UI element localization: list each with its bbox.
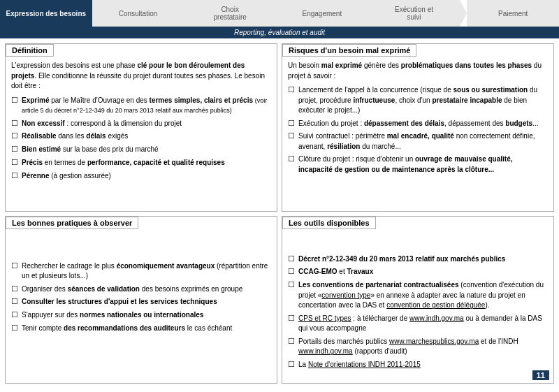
nav-step-label: Choixprestataire (214, 6, 247, 21)
nav-step-choix[interactable]: Choixprestataire (184, 0, 276, 27)
definition-title: Définition (6, 44, 54, 57)
risks-intro: Un besoin mal exprimé génère des problém… (288, 61, 548, 81)
reporting-bar: Reporting, évaluation et audit (0, 27, 559, 38)
good-practices-item-2: Organiser des séances de validation des … (11, 284, 271, 295)
definition-panel: Définition L'expression des besoins est … (5, 43, 277, 212)
good-practices-panel: Les bonnes pratiques à observer Recherch… (5, 216, 277, 384)
definition-item-3: Réalisable dans les délais exigés (11, 131, 271, 142)
page-number: 11 (532, 370, 549, 380)
nav-step-engagement[interactable]: Engagement (276, 0, 368, 27)
tools-item-4: CPS et RC types : à télécharger de www.i… (288, 314, 548, 334)
nav-step-label: Paiement (498, 10, 528, 17)
tools-panel: Les outils disponibles Décret n°2-12-349… (282, 216, 554, 384)
tools-title: Les outils disponibles (282, 217, 376, 229)
definition-item-1: Exprimé par le Maître d'Ouvrage en des t… (11, 96, 271, 116)
risks-item-3: Suivi contractuel : périmètre mal encadr… (288, 131, 548, 152)
definition-item-4: Bien estimé sur la base des prix du marc… (11, 145, 271, 155)
tools-item-2: CCAG-EMO et Travaux (288, 267, 548, 277)
risks-item-4: Clôture du projet : risque d'obtenir un … (288, 154, 548, 175)
definition-item-2: Non excessif : correspond à la dimension… (11, 119, 271, 129)
nav-step-consultation[interactable]: Consultation (92, 0, 184, 27)
good-practices-body: Rechercher le cadrage le plus économique… (11, 233, 271, 335)
nav-step-label: Consultation (119, 10, 158, 17)
good-practices-item-3: Consulter les structures d'appui et les … (11, 297, 271, 307)
good-practices-item-5: Tenir compte des recommandations des aud… (11, 324, 271, 334)
risks-body: Un besoin mal exprimé génère des problém… (288, 61, 548, 175)
tools-item-6: La Note d'orientations INDH 2011-2015 (288, 360, 548, 370)
nav-step-expression[interactable]: Expression des besoins (0, 0, 92, 27)
definition-item-6: Pérenne (à gestion assurée) (11, 171, 271, 182)
nav-step-label: Engagement (302, 10, 342, 17)
nav-step-label: Expression des besoins (6, 10, 87, 17)
nav-step-execution[interactable]: Exécution etsuivi (368, 0, 460, 27)
risks-panel: Risques d'un besoin mal exprimé Un besoi… (282, 43, 554, 212)
definition-body: L'expression des besoins est une phase c… (11, 61, 271, 182)
nav-step-label: Exécution etsuivi (395, 6, 433, 21)
good-practices-title: Les bonnes pratiques à observer (6, 217, 138, 229)
definition-intro: L'expression des besoins est une phase c… (11, 61, 271, 92)
good-practices-item-1: Rechercher le cadrage le plus économique… (11, 261, 271, 282)
risks-item-2: Exécution du projet : dépassement des dé… (288, 119, 548, 129)
good-practices-item-4: S'appuyer sur des normes nationales ou i… (11, 310, 271, 321)
tools-item-3: Les conventions de partenariat contractu… (288, 280, 548, 311)
nav-step-paiement[interactable]: Paiement (467, 0, 559, 27)
reporting-bar-text: Reporting, évaluation et audit (234, 29, 325, 36)
risks-item-1: Lancement de l'appel à la concurrence (r… (288, 85, 548, 116)
tools-body: Décret n°2-12-349 du 20 mars 2013 relati… (288, 233, 548, 370)
risks-title: Risques d'un besoin mal exprimé (282, 44, 416, 57)
top-navigation: Expression des besoins Consultation Choi… (0, 0, 559, 27)
tools-item-1: Décret n°2-12-349 du 20 mars 2013 relati… (288, 254, 548, 265)
definition-item-5: Précis en termes de performance, capacit… (11, 158, 271, 168)
tools-item-5: Portails des marchés publics www.marches… (288, 337, 548, 357)
main-content: Définition L'expression des besoins est … (0, 38, 559, 389)
